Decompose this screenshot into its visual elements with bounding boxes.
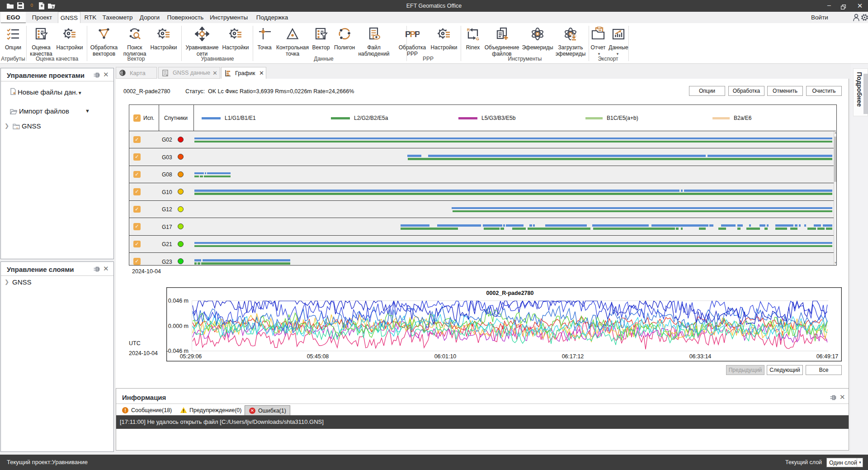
svg-text:G: G <box>476 37 479 41</box>
svg-text:06:01:10: 06:01:10 <box>434 353 457 360</box>
svg-text:06:33:14: 06:33:14 <box>689 353 712 360</box>
svg-text:0.046 m: 0.046 m <box>168 298 189 304</box>
svg-text:P: P <box>415 29 420 39</box>
svg-text:0.000 m: 0.000 m <box>168 323 189 329</box>
svg-text:0002_R-pade2780: 0002_R-pade2780 <box>486 290 534 296</box>
svg-text:06:49:17: 06:49:17 <box>816 353 839 360</box>
svg-text:06:17:12: 06:17:12 <box>562 353 584 360</box>
svg-text:05:45:08: 05:45:08 <box>307 353 329 360</box>
svg-text:G: G <box>16 127 19 129</box>
svg-text:05:29:06: 05:29:06 <box>180 353 202 360</box>
svg-text:R: R <box>467 28 470 32</box>
